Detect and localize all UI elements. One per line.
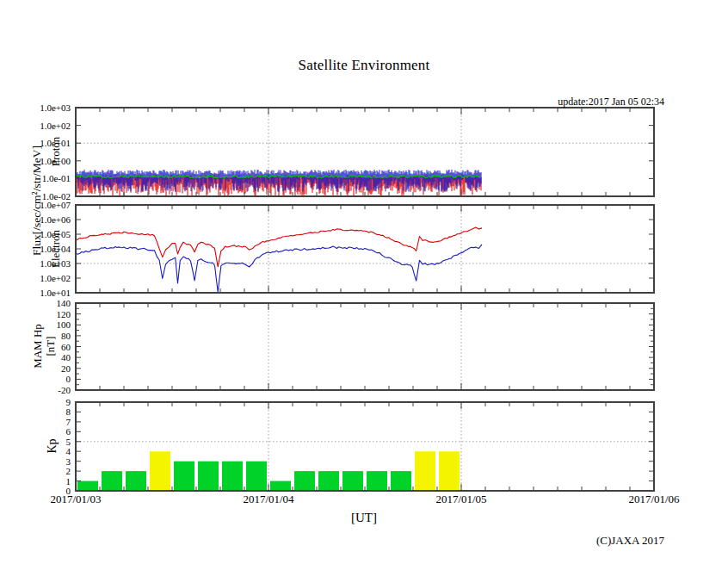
- kp-panel: [76, 402, 654, 491]
- kp-bar-0: [77, 481, 98, 490]
- mam-hp-ytick-140: 140: [0, 298, 71, 308]
- kp-ytick-8: 8: [0, 406, 71, 417]
- kp-ytick-2: 2: [0, 466, 71, 476]
- electron-ytick-1.0e+04: 1.0e+04: [0, 244, 71, 254]
- kp-bar-9: [294, 471, 315, 490]
- kp-bar-2: [126, 471, 146, 490]
- x-tick-label-2017/01/06: 2017/01/06: [628, 493, 679, 505]
- electron-ytick-1.0e+05: 1.0e+05: [0, 229, 71, 239]
- kp-bar-14: [415, 451, 435, 490]
- proton-ytick-1.0e+02: 1.0e+02: [0, 121, 71, 131]
- update-timestamp: update:2017 Jan 05 02:34: [558, 96, 664, 108]
- electron-blue-line: [76, 245, 482, 292]
- proton-ytick-1.0e+01: 1.0e+01: [0, 138, 71, 148]
- satellite-environment-figure: Satellite Environment update:2017 Jan 05…: [0, 0, 728, 564]
- kp-bar-13: [391, 471, 411, 490]
- kp-bar-8: [270, 481, 291, 490]
- x-tick-label-2017/01/03: 2017/01/03: [50, 493, 101, 505]
- electron-red-line: [76, 227, 482, 267]
- plot-canvas: [0, 0, 728, 564]
- x-axis-title: [UT]: [0, 511, 728, 525]
- kp-ytick-7: 7: [0, 417, 71, 427]
- mam-hp-ytick-80: 80: [0, 331, 71, 341]
- kp-ytick-5: 5: [0, 437, 71, 447]
- electron-ytick-1.0e+07: 1.0e+07: [0, 200, 71, 210]
- mam-hp-border: [76, 303, 654, 390]
- kp-ytick-4: 4: [0, 446, 71, 456]
- electron-series: [76, 227, 482, 292]
- mam-hp-ytick-20: 20: [0, 363, 71, 374]
- kp-bar-6: [222, 462, 243, 490]
- mam-hp-ytick-40: 40: [0, 352, 71, 363]
- electron-panel: [76, 205, 654, 293]
- kp-bar-10: [318, 471, 339, 490]
- mam-hp-ytick-100: 100: [0, 319, 71, 330]
- electron-ytick-1.0e+03: 1.0e+03: [0, 258, 71, 269]
- kp-bar-7: [246, 462, 267, 490]
- mam-hp-ytick--20: -20: [0, 385, 71, 395]
- mam-hp-panel: [76, 303, 654, 390]
- mam-hp-ytick-0: 0: [0, 374, 71, 384]
- kp-bar-15: [439, 451, 460, 490]
- x-tick-label-2017/01/04: 2017/01/04: [243, 493, 293, 505]
- x-tick-label-2017/01/05: 2017/01/05: [435, 493, 486, 505]
- kp-bar-1: [102, 471, 122, 490]
- mam-hp-ytick-60: 60: [0, 341, 71, 351]
- proton-ytick-1.0e-01: 1.0e-01: [0, 173, 71, 183]
- proton-series: [77, 170, 481, 196]
- kp-ytick-3: 3: [0, 456, 71, 467]
- proton-ytick-1.0e+03: 1.0e+03: [0, 102, 71, 113]
- kp-ytick-1: 1: [0, 476, 71, 487]
- electron-ytick-1.0e+06: 1.0e+06: [0, 214, 71, 225]
- kp-ytick-6: 6: [0, 426, 71, 437]
- electron-ytick-1.0e+01: 1.0e+01: [0, 288, 71, 298]
- kp-bar-3: [150, 451, 170, 490]
- kp-ytick-9: 9: [0, 397, 71, 407]
- mam-hp-ytick-120: 120: [0, 309, 71, 319]
- kp-bar-11: [342, 471, 363, 490]
- kp-bar-12: [367, 471, 387, 490]
- kp-bar-5: [198, 462, 219, 490]
- electron-ytick-1.0e+02: 1.0e+02: [0, 273, 71, 283]
- proton-ytick-1.0e+00: 1.0e+00: [0, 156, 71, 166]
- kp-bar-4: [174, 462, 194, 490]
- proton-panel: [76, 108, 654, 196]
- copyright-notice: (C)JAXA 2017: [596, 534, 664, 548]
- chart-title: Satellite Environment: [0, 57, 728, 74]
